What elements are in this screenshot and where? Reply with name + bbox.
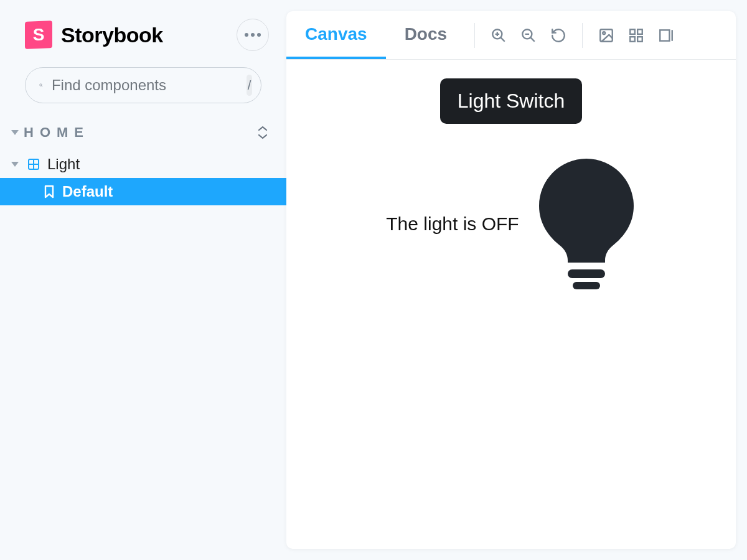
tree-story-default[interactable]: Default: [0, 178, 286, 205]
background-button[interactable]: [591, 21, 621, 50]
zoom-reset-button[interactable]: [543, 21, 573, 50]
svg-line-9: [501, 37, 505, 41]
section-title: HOME: [24, 124, 90, 141]
viewport-button[interactable]: [651, 21, 681, 50]
svg-rect-17: [630, 29, 635, 34]
brand[interactable]: Storybook: [25, 21, 163, 49]
bookmark-icon: [44, 185, 55, 198]
viewport-icon: [658, 27, 674, 44]
svg-point-0: [245, 33, 248, 37]
search-field[interactable]: /: [25, 67, 261, 103]
main-panel: Canvas Docs Ligh: [286, 0, 747, 560]
toolbar-divider: [582, 23, 583, 48]
ellipsis-icon: [245, 33, 261, 37]
component-icon: [27, 158, 40, 170]
story-tree: Light Default: [0, 151, 286, 205]
more-menu-button[interactable]: [237, 19, 269, 51]
light-switch-button[interactable]: Light Switch: [440, 78, 583, 124]
section-header[interactable]: HOME: [0, 124, 286, 141]
tree-component-light[interactable]: Light: [0, 151, 286, 178]
svg-rect-23: [573, 282, 600, 289]
light-status-row: The light is OFF: [304, 159, 718, 289]
search-input[interactable]: [52, 77, 238, 94]
tab-docs[interactable]: Docs: [386, 11, 466, 59]
grid-button[interactable]: [621, 21, 651, 50]
search-shortcut-badge: /: [247, 75, 252, 96]
svg-rect-20: [637, 37, 642, 42]
grid-icon: [628, 27, 644, 44]
toolbar-divider: [474, 23, 475, 48]
tree-story-label: Default: [62, 183, 113, 200]
zoom-out-icon: [520, 27, 537, 44]
svg-point-1: [251, 33, 255, 37]
zoom-out-button[interactable]: [514, 21, 543, 50]
collapse-all-icon[interactable]: [256, 126, 269, 139]
tabs: Canvas Docs: [286, 11, 466, 59]
section-header-left: HOME: [11, 124, 90, 141]
light-status-text: The light is OFF: [386, 213, 519, 235]
caret-down-icon: [11, 162, 19, 167]
sidebar: Storybook / HOME Light: [0, 0, 286, 560]
lightbulb-icon: [537, 159, 636, 289]
tree-component-label: Light: [47, 156, 80, 173]
svg-rect-18: [637, 29, 642, 34]
svg-rect-21: [660, 30, 669, 40]
refresh-icon: [550, 27, 566, 44]
tab-canvas-label: Canvas: [305, 24, 367, 44]
svg-rect-19: [630, 37, 635, 42]
caret-down-icon: [11, 130, 19, 135]
brand-name: Storybook: [61, 23, 163, 47]
zoom-in-button[interactable]: [484, 21, 514, 50]
tab-docs-label: Docs: [405, 24, 447, 44]
svg-line-13: [531, 37, 535, 41]
search-container: /: [0, 67, 286, 103]
svg-rect-22: [568, 269, 605, 278]
svg-point-3: [40, 84, 42, 86]
toolbar: Canvas Docs: [286, 11, 736, 60]
zoom-in-icon: [491, 27, 507, 44]
tab-canvas[interactable]: Canvas: [286, 11, 386, 59]
svg-line-4: [42, 86, 42, 86]
svg-point-2: [257, 33, 261, 37]
storybook-logo-icon: [25, 21, 52, 49]
canvas-area: Light Switch The light is OFF: [286, 60, 736, 549]
sidebar-header: Storybook: [0, 19, 286, 51]
search-icon: [39, 78, 43, 92]
preview-panel: Canvas Docs Ligh: [286, 11, 736, 549]
svg-point-16: [603, 32, 605, 34]
image-icon: [598, 27, 614, 44]
